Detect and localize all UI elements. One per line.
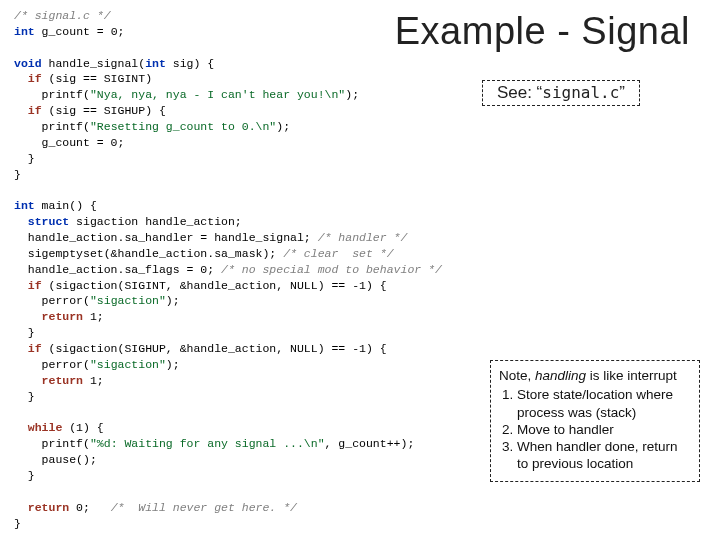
code-text: g_count = 0; bbox=[14, 136, 124, 149]
code-keyword: int bbox=[14, 199, 35, 212]
note-ital: handling bbox=[535, 368, 586, 383]
code-keyword: return bbox=[14, 310, 83, 323]
code-text: ); bbox=[345, 88, 359, 101]
code-comment: /* signal.c */ bbox=[14, 9, 111, 22]
list-item: Store state/location where process was (… bbox=[517, 386, 691, 421]
code-text: main() { bbox=[35, 199, 97, 212]
code-string: "Nya, nya, nya - I can't hear you!\n" bbox=[90, 88, 345, 101]
code-text: , g_count++); bbox=[325, 437, 415, 450]
code-text: g_count bbox=[35, 25, 97, 38]
code-text: 0; bbox=[104, 25, 125, 38]
code-string: "Resetting g_count to 0.\n" bbox=[90, 120, 276, 133]
code-text: ); bbox=[276, 120, 290, 133]
code-text: perror( bbox=[14, 294, 90, 307]
code-string: "%d: Waiting for any signal ...\n" bbox=[90, 437, 325, 450]
code-text: } bbox=[14, 326, 35, 339]
code-text: handle_action.sa_handler = handle_signal… bbox=[14, 231, 318, 244]
code-text: 1; bbox=[83, 374, 104, 387]
see-filename: signal.c bbox=[542, 83, 619, 102]
code-text: } bbox=[14, 517, 21, 530]
note-tail: is like interrupt bbox=[586, 368, 677, 383]
code-text: } bbox=[14, 390, 35, 403]
code-text: } bbox=[14, 469, 35, 482]
code-text: (sig == SIGINT) bbox=[42, 72, 152, 85]
code-string: "sigaction" bbox=[90, 358, 166, 371]
code-keyword: while bbox=[14, 421, 62, 434]
code-text: ); bbox=[166, 358, 180, 371]
code-string: "sigaction" bbox=[90, 294, 166, 307]
code-comment: /* clear set */ bbox=[283, 247, 393, 260]
code-text: handle_action.sa_flags = 0; bbox=[14, 263, 221, 276]
slide: Example - Signal See: “signal.c” Note, h… bbox=[0, 0, 720, 540]
code-text: 1; bbox=[83, 310, 104, 323]
code-text: (sig == SIGHUP) { bbox=[42, 104, 166, 117]
code-text: sig) { bbox=[166, 57, 214, 70]
code-comment: /* Will never get here. */ bbox=[111, 501, 297, 514]
code-comment: /* no special mod to behavior */ bbox=[221, 263, 442, 276]
code-keyword: if bbox=[14, 72, 42, 85]
code-keyword: int bbox=[145, 57, 166, 70]
code-text: handle_signal( bbox=[42, 57, 146, 70]
code-keyword: if bbox=[14, 279, 42, 292]
code-text: } bbox=[14, 152, 35, 165]
list-item: When handler done, return to previous lo… bbox=[517, 438, 691, 473]
note-list: Store state/location where process was (… bbox=[499, 386, 691, 472]
code-keyword: void bbox=[14, 57, 42, 70]
code-text: ); bbox=[166, 294, 180, 307]
code-text: (sigaction(SIGHUP, &handle_action, NULL)… bbox=[42, 342, 387, 355]
code-keyword: struct bbox=[14, 215, 69, 228]
code-text: printf( bbox=[14, 437, 90, 450]
code-text: = bbox=[97, 25, 104, 38]
code-keyword: int bbox=[14, 25, 35, 38]
code-text: perror( bbox=[14, 358, 90, 371]
code-text: printf( bbox=[14, 120, 90, 133]
see-suffix: ” bbox=[619, 83, 625, 102]
code-keyword: return bbox=[14, 374, 83, 387]
note-box: Note, handling is like interrupt Store s… bbox=[490, 360, 700, 482]
code-text: (sigaction(SIGINT, &handle_action, NULL)… bbox=[42, 279, 387, 292]
code-keyword: return bbox=[14, 501, 69, 514]
code-keyword: if bbox=[14, 104, 42, 117]
code-block: /* signal.c */ int g_count = 0; void han… bbox=[14, 8, 514, 531]
code-comment: /* handler */ bbox=[318, 231, 408, 244]
code-keyword: if bbox=[14, 342, 42, 355]
code-text: printf( bbox=[14, 88, 90, 101]
code-text: sigemptyset(&handle_action.sa_mask); bbox=[14, 247, 283, 260]
list-item: Move to handler bbox=[517, 421, 691, 438]
code-text: } bbox=[14, 168, 21, 181]
code-text: sigaction handle_action; bbox=[69, 215, 242, 228]
code-text: 0; bbox=[69, 501, 110, 514]
code-text: pause(); bbox=[14, 453, 97, 466]
code-text: (1) { bbox=[62, 421, 103, 434]
note-header: Note, handling is like interrupt bbox=[499, 367, 691, 384]
